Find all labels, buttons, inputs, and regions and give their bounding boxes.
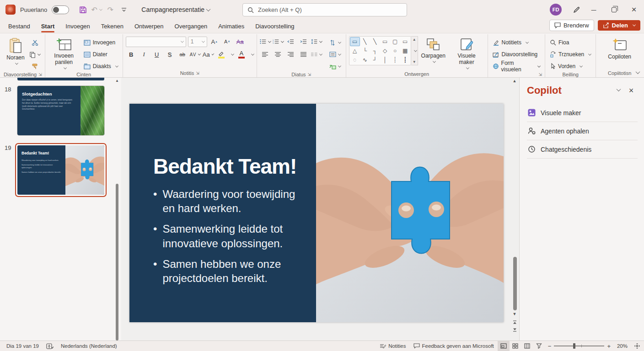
shape-textbox[interactable]: ▭ [350,37,360,46]
minimize-button[interactable]: ─ [584,0,604,19]
copilot-item-chatgeschiedenis[interactable]: Chatgeschiedenis [527,140,638,159]
paragraph-dialog-launcher[interactable]: ⇲ [308,72,311,77]
language-button[interactable]: Nederlands (Nederland) [57,341,121,351]
zoom-out-button[interactable]: − [548,343,552,350]
align-left-button[interactable] [260,49,271,60]
copilot-close-button[interactable]: × [625,84,638,97]
clear-formatting-button[interactable]: Aa [235,36,246,47]
columns-button[interactable] [311,49,322,60]
zoom-slider[interactable] [554,346,604,346]
share-button[interactable]: Delen [598,20,640,31]
shape-line[interactable]: ╲ [360,37,370,46]
slideshow-view-button[interactable] [533,341,545,351]
italic-button[interactable]: I [139,49,150,60]
slide-insert-button[interactable]: Invoegen [82,37,120,48]
slide-sorter-view-button[interactable] [510,341,521,351]
slide-19-preview[interactable]: Bedankt Team! Waardering voor toewijding… [17,145,104,195]
shape-rectangle[interactable]: ▭ [380,37,390,46]
slide-editor[interactable]: Bedankt Team! •Waardering voor toewijdin… [129,104,504,322]
canvas-scroll-down-icon[interactable]: ▼ [511,312,518,316]
slide-indicator[interactable]: Dia 19 van 19 [3,341,43,351]
autosave-toggle[interactable] [52,5,69,14]
change-case-button[interactable]: Aa [203,49,214,60]
thumbnail-scrollbar[interactable]: ▲ [115,78,119,340]
clipboard-dialog-launcher[interactable]: ⇲ [38,72,42,77]
reading-view-button[interactable] [521,341,533,351]
character-spacing-button[interactable]: AV [190,49,201,60]
avatar[interactable]: FD [550,4,562,16]
zoom-level[interactable]: 20% [613,341,631,351]
smartart-button[interactable] [327,61,343,72]
slide-18-preview[interactable]: Slotgedachten Don daas rtpeper effuchef … [17,86,104,135]
canvas-scrollbar[interactable]: ▲ ▼ [511,78,518,340]
designer-button[interactable]: Visuele maker [449,36,485,71]
copilot-item-visuele-maker[interactable]: Visuele maker [527,103,638,122]
form-visuals-button[interactable]: Form visuelen [491,61,542,72]
font-color-chevron-icon[interactable] [251,52,254,55]
highlight-chevron-icon[interactable] [231,52,234,55]
cut-button[interactable] [29,37,40,48]
shape-dashed-1[interactable]: ┊ [390,55,400,64]
shape-elbow[interactable]: ┘ [370,55,380,64]
font-color-button[interactable]: A [236,49,247,60]
shape-dashed-2[interactable]: ┋ [400,55,410,64]
align-right-button[interactable] [285,49,296,60]
document-title-button[interactable]: Campagnepresentatie [138,4,214,15]
arrange-button[interactable]: Oarpagen [420,36,447,65]
shadow-button[interactable]: S [164,49,175,60]
pen-mode-button[interactable] [570,3,583,16]
shapes-gallery[interactable]: ▭ ╲ ╲ ▭ ▢ ▭ △ └ ┐ ◇ ○ ▦ ◌ ∿ ┘ [349,36,411,65]
thumbnail-scroll-up-icon[interactable]: ▲ [115,79,119,83]
close-button[interactable]: × [624,0,644,19]
shape-triangle[interactable]: △ [350,46,360,55]
tab-diavoorstelling[interactable]: Diavoorstelling [250,21,300,32]
highlight-color-button[interactable] [215,49,227,60]
restore-button[interactable] [604,0,624,19]
tab-invoegen[interactable]: Invoegen [60,21,96,32]
shape-circle[interactable]: ○ [390,46,400,55]
slide-photo-placeholder[interactable] [316,104,504,322]
shapes-scroll-up-icon[interactable]: ▲ [413,37,416,42]
shape-arrow[interactable]: ╲ [370,37,380,46]
format-painter-button[interactable] [29,61,40,72]
thumbnail-slide-18[interactable]: 18 Slotgedachten Don daas rtpeper effuch… [0,84,121,139]
shape-connector-2[interactable]: ┐ [370,46,380,55]
copilot-ribbon-button[interactable]: Copiloten [605,36,634,62]
accessibility-button[interactable] [43,341,57,351]
slide-reset-button[interactable]: Diater [82,49,120,60]
ink-dialog-launcher[interactable]: ⇲ [539,72,542,77]
shapes-more-icon[interactable] [414,48,417,52]
increase-indent-button[interactable] [298,36,309,47]
zoom-in-button[interactable]: + [607,343,611,350]
thumbnail-slide17-partial[interactable] [17,78,104,80]
next-slide-button[interactable] [511,326,518,333]
tab-tekenen[interactable]: Tekenen [96,21,129,32]
thumbnail-slide-19[interactable]: 19 Bedankt Team! Waardering voor toewijd… [0,143,121,202]
tab-overgangen[interactable]: Overgangen [169,21,213,32]
line-spacing-button[interactable] [311,36,322,47]
bullets-button[interactable] [260,36,271,47]
save-button[interactable] [76,3,89,16]
align-center-button[interactable] [273,49,284,60]
new-slide-button[interactable]: Invoeen panilen [48,36,80,71]
canvas-scroll-thumb[interactable] [513,257,517,310]
tab-ontwerpen[interactable]: Ontwerpen [129,21,169,32]
notes-pen-button[interactable]: Notitiets [491,37,542,48]
underline-button[interactable]: U [151,49,162,60]
align-text-button[interactable] [327,49,343,60]
notes-toggle-button[interactable]: Notities [376,341,409,351]
decrease-indent-button[interactable] [285,36,296,47]
shape-curve[interactable]: ∿ [360,55,370,64]
previous-slide-button[interactable] [511,319,518,325]
shape-diamond[interactable]: ◇ [380,46,390,55]
shape-frame[interactable]: ▭ [400,37,410,46]
replace-button[interactable]: Trznueken [548,49,593,60]
slide-section-button[interactable]: Diaakts [82,61,120,72]
tab-bestand[interactable]: Bestand [3,21,36,32]
grow-font-button[interactable]: A▲ [209,36,220,47]
shape-connector-1[interactable]: └ [360,46,370,55]
collapse-ribbon-button[interactable] [634,69,639,75]
numbering-button[interactable]: 123 [273,36,284,47]
shape-grid[interactable]: ▦ [400,46,410,55]
normal-view-button[interactable] [498,341,510,351]
